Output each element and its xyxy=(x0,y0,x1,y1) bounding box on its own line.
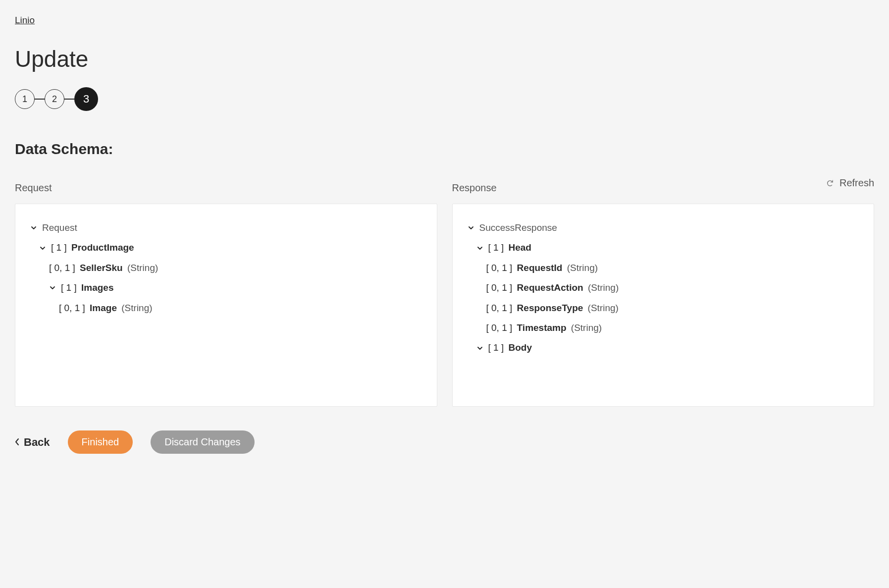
tree-node-label: [ 0, 1 ] SellerSku (String) xyxy=(49,261,158,275)
finished-button[interactable]: Finished xyxy=(68,430,133,454)
request-panel: Request[ 1 ] ProductImage[ 0, 1 ] Seller… xyxy=(15,204,437,407)
step-3[interactable]: 3 xyxy=(74,87,98,111)
step-connector xyxy=(35,99,45,100)
back-label: Back xyxy=(24,436,50,449)
chevron-down-icon xyxy=(39,245,46,252)
tree-node-label: SuccessResponse xyxy=(479,220,557,235)
chevron-down-icon xyxy=(30,224,37,231)
tree-node[interactable]: [ 1 ] Head xyxy=(468,238,859,258)
chevron-left-icon xyxy=(15,436,20,449)
tree-node: [ 0, 1 ] Image (String) xyxy=(30,298,422,318)
back-button[interactable]: Back xyxy=(15,436,50,449)
breadcrumb-linio[interactable]: Linio xyxy=(15,15,35,26)
page-title: Update xyxy=(15,46,874,72)
step-2[interactable]: 2 xyxy=(45,89,64,109)
response-column-label: Response xyxy=(452,182,875,194)
response-panel: SuccessResponse[ 1 ] Head[ 0, 1 ] Reques… xyxy=(452,204,875,407)
tree-node-label: [ 0, 1 ] RequestId (String) xyxy=(486,261,598,275)
tree-node[interactable]: [ 1 ] Body xyxy=(468,338,859,358)
step-connector xyxy=(64,99,74,100)
tree-node-label: [ 1 ] ProductImage xyxy=(51,240,134,255)
chevron-down-icon xyxy=(476,245,483,252)
tree-node-root[interactable]: Request xyxy=(30,218,422,238)
tree-node-label: [ 1 ] Body xyxy=(488,340,532,355)
stepper: 1 2 3 xyxy=(15,87,874,111)
chevron-down-icon xyxy=(49,284,56,291)
tree-node-label: [ 0, 1 ] RequestAction (String) xyxy=(486,280,619,295)
step-1[interactable]: 1 xyxy=(15,89,35,109)
refresh-label: Refresh xyxy=(839,177,874,189)
tree-node: [ 0, 1 ] RequestAction (String) xyxy=(468,278,859,298)
tree-node: [ 0, 1 ] RequestId (String) xyxy=(468,258,859,278)
tree-node[interactable]: [ 1 ] ProductImage xyxy=(30,238,422,258)
request-column-label: Request xyxy=(15,182,437,194)
tree-node-label: [ 0, 1 ] Image (String) xyxy=(59,301,153,316)
tree-node-label: [ 0, 1 ] Timestamp (String) xyxy=(486,321,602,335)
refresh-button[interactable]: Refresh xyxy=(827,177,874,189)
chevron-down-icon xyxy=(476,345,483,352)
tree-node: [ 0, 1 ] Timestamp (String) xyxy=(468,318,859,338)
tree-node-label: Request xyxy=(42,220,77,235)
tree-node-label: [ 0, 1 ] ResponseType (String) xyxy=(486,301,619,316)
section-title: Data Schema: xyxy=(15,141,874,158)
tree-node-root[interactable]: SuccessResponse xyxy=(468,218,859,238)
refresh-icon xyxy=(827,180,834,187)
tree-node: [ 0, 1 ] ResponseType (String) xyxy=(468,298,859,318)
tree-node[interactable]: [ 1 ] Images xyxy=(30,278,422,298)
chevron-down-icon xyxy=(468,224,474,231)
discard-changes-button[interactable]: Discard Changes xyxy=(151,430,254,454)
tree-node-label: [ 1 ] Images xyxy=(61,280,113,295)
tree-node: [ 0, 1 ] SellerSku (String) xyxy=(30,258,422,278)
tree-node-label: [ 1 ] Head xyxy=(488,240,531,255)
